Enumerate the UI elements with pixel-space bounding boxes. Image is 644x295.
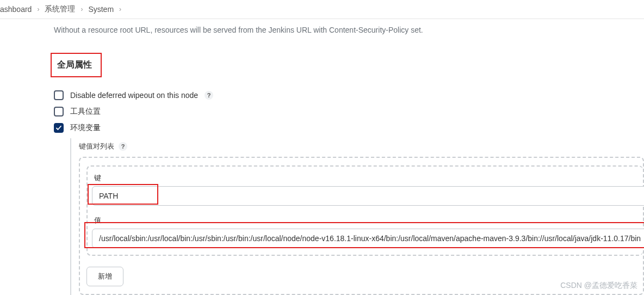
kv-list-container: 键 值 新增 <box>79 157 644 295</box>
checkbox-disable-wipeout[interactable] <box>54 90 64 100</box>
checkbox-label: Disable deferred wipeout on this node <box>70 91 198 100</box>
value-input[interactable] <box>92 229 644 248</box>
help-icon[interactable]: ? <box>119 142 127 151</box>
chevron-right-icon: › <box>81 5 83 13</box>
watermark: CSDN @孟德爱吃香菜 <box>560 281 637 291</box>
checkbox-row-env-vars: 环境变量 <box>54 120 644 136</box>
section-title-highlight: 全局属性 <box>51 53 102 77</box>
breadcrumb-item-dashboard[interactable]: ashboard <box>0 5 32 14</box>
breadcrumb: ashboard › 系统管理 › System › <box>0 0 644 19</box>
breadcrumb-item-sysmgmt[interactable]: 系统管理 <box>45 4 75 14</box>
chevron-right-icon: › <box>37 5 39 13</box>
chevron-right-icon: › <box>119 5 121 13</box>
checkbox-label: 工具位置 <box>70 107 101 116</box>
breadcrumb-item-system[interactable]: System <box>88 5 114 14</box>
env-vars-section: 键值对列表 ? 键 值 <box>70 138 644 295</box>
key-input[interactable] <box>92 186 644 206</box>
check-icon <box>55 125 62 131</box>
section-title: 全局属性 <box>57 60 92 69</box>
resource-url-description: Without a resource root URL, resources w… <box>54 19 644 45</box>
add-button[interactable]: 新增 <box>86 267 123 286</box>
kv-list-label: 键值对列表 <box>79 142 114 151</box>
checkbox-row-disable-wipeout: Disable deferred wipeout on this node ? <box>54 87 644 103</box>
checkbox-env-vars[interactable] <box>54 123 64 133</box>
kv-item: 键 值 <box>86 165 643 256</box>
checkbox-row-tool-location: 工具位置 <box>54 103 644 120</box>
checkbox-label: 环境变量 <box>70 123 101 133</box>
help-icon[interactable]: ? <box>205 91 213 100</box>
checkbox-tool-location[interactable] <box>54 107 64 116</box>
key-field-label: 键 <box>94 173 643 183</box>
value-field-label: 值 <box>94 216 643 225</box>
